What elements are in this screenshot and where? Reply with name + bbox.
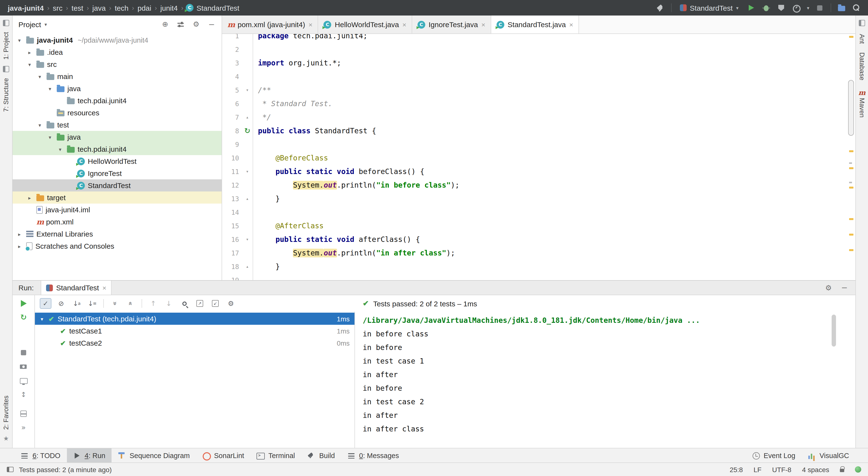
- code-area[interactable]: 1package tech.pdai.junit4;23import org.j…: [222, 34, 848, 280]
- tool-window-button[interactable]: 4: Run: [67, 448, 112, 463]
- tree-item[interactable]: ▸.idea: [12, 46, 222, 58]
- tree-item[interactable]: tech.pdai.junit4: [12, 95, 222, 107]
- line-separator[interactable]: LF: [753, 466, 762, 473]
- breadcrumb-item[interactable]: java-junit4: [7, 4, 44, 12]
- tool-window-button[interactable]: VisualGC: [802, 448, 856, 463]
- breadcrumb-item[interactable]: tech: [114, 4, 129, 12]
- tool-window-button[interactable]: SonarLint: [196, 448, 250, 463]
- expand-all-button[interactable]: »: [109, 298, 121, 309]
- tree-item[interactable]: ▾java: [12, 83, 222, 95]
- tree-expanded-icon[interactable]: ▾: [56, 146, 64, 152]
- close-icon[interactable]: [102, 284, 106, 291]
- restore-layout-button[interactable]: [20, 410, 28, 418]
- project-tool-icon[interactable]: [3, 20, 9, 26]
- warning-stripe-mark[interactable]: [849, 218, 854, 220]
- tree-item[interactable]: resources: [12, 107, 222, 119]
- editor-scrollbar-thumb[interactable]: [848, 80, 854, 136]
- tree-item[interactable]: ▸Scratches and Consoles: [12, 240, 222, 252]
- fold-start-icon[interactable]: ▾: [242, 83, 253, 97]
- sort-by-duration-button[interactable]: ↓≡: [86, 298, 98, 309]
- tree-expanded-icon[interactable]: ▾: [46, 134, 54, 140]
- right-strip-top-icon[interactable]: [859, 20, 865, 26]
- coverage-button[interactable]: [777, 4, 785, 12]
- debug-button[interactable]: [762, 4, 771, 12]
- warning-stripe-mark[interactable]: [849, 36, 854, 38]
- breadcrumb-class[interactable]: StandardTest: [195, 4, 240, 12]
- warning-stripe-mark[interactable]: [849, 150, 854, 152]
- rerun-button[interactable]: [20, 299, 28, 307]
- fold-start-icon[interactable]: ▾: [242, 165, 253, 179]
- tree-item[interactable]: ▾tech.pdai.junit4: [12, 143, 222, 155]
- warning-stripe-mark[interactable]: [849, 167, 854, 169]
- tree-collapsed-icon[interactable]: ▸: [16, 243, 23, 249]
- warning-stripe-mark[interactable]: [849, 249, 854, 251]
- chevron-down-icon[interactable]: [807, 5, 809, 10]
- tool-button-database[interactable]: Database: [858, 53, 866, 81]
- minimize-icon[interactable]: [840, 284, 848, 292]
- view-options-icon[interactable]: [177, 20, 185, 28]
- show-ignored-toggle[interactable]: ⊘: [55, 298, 67, 309]
- breadcrumb-item[interactable]: test: [70, 4, 84, 12]
- caret-position[interactable]: 25:8: [730, 466, 743, 473]
- readonly-lock-icon[interactable]: [840, 469, 844, 472]
- show-passed-toggle[interactable]: ✓: [40, 298, 52, 309]
- tool-window-button[interactable]: Terminal: [250, 448, 301, 463]
- tool-window-button[interactable]: 0: Messages: [341, 448, 405, 463]
- tool-window-button[interactable]: Sequence Diagram: [112, 448, 196, 463]
- indent-style[interactable]: 4 spaces: [802, 466, 829, 473]
- run-button[interactable]: [747, 4, 755, 12]
- favorites-star-icon[interactable]: [3, 435, 9, 442]
- console-scrollbar[interactable]: [832, 315, 836, 347]
- gear-icon[interactable]: [824, 284, 833, 292]
- tree-item[interactable]: ▾test: [12, 119, 222, 131]
- run-tab[interactable]: StandardTest: [40, 281, 112, 295]
- test-row[interactable]: testCase11ms: [35, 325, 354, 337]
- editor-tab[interactable]: IgnoreTest.java: [412, 15, 491, 33]
- tree-item[interactable]: ▾main: [12, 70, 222, 83]
- tree-expanded-icon[interactable]: ▾: [26, 61, 33, 67]
- next-failed-test-button[interactable]: ↓: [163, 298, 175, 309]
- stop-button[interactable]: [20, 349, 28, 357]
- tree-item[interactable]: ▾src: [12, 58, 222, 70]
- close-icon[interactable]: [402, 21, 406, 28]
- editor-scrollbar-stripe[interactable]: [848, 34, 856, 280]
- breadcrumb-item[interactable]: java: [91, 4, 107, 12]
- file-encoding[interactable]: UTF-8: [772, 466, 792, 473]
- editor-tab[interactable]: StandardTest.java: [491, 15, 579, 33]
- tool-window-button[interactable]: 6: TODO: [14, 448, 67, 463]
- tree-expanded-icon[interactable]: ▾: [36, 122, 44, 128]
- tree-item[interactable]: pom.xml: [12, 216, 222, 228]
- export-test-results-button[interactable]: ↗: [194, 298, 206, 309]
- tool-button-project[interactable]: 1: Project: [2, 32, 10, 60]
- search-everywhere-button[interactable]: [852, 4, 861, 12]
- warning-stripe-mark[interactable]: [849, 187, 854, 189]
- sort-alphabetically-button[interactable]: ↓a: [71, 298, 83, 309]
- run-config-selector[interactable]: StandardTest: [678, 3, 741, 13]
- editor-tab[interactable]: pom.xml (java-junit4): [222, 15, 318, 33]
- chevron-down-icon[interactable]: [44, 22, 47, 27]
- test-row[interactable]: ▾StandardTest (tech.pdai.junit4)1ms: [35, 313, 354, 325]
- gear-icon[interactable]: [192, 20, 200, 28]
- tree-item[interactable]: IgnoreTest: [12, 167, 222, 179]
- filter-tests-button[interactable]: [179, 298, 190, 309]
- rerun-failed-tests-button[interactable]: ↻: [20, 313, 28, 321]
- take-snapshot-button[interactable]: [20, 362, 28, 371]
- more-options-button[interactable]: »: [20, 424, 28, 432]
- import-test-results-button[interactable]: ↙: [210, 298, 221, 309]
- tree-item[interactable]: StandardTest: [12, 179, 222, 191]
- test-history-button[interactable]: ↕: [20, 391, 28, 399]
- tree-collapsed-icon[interactable]: ▸: [26, 49, 33, 55]
- hide-panel-icon[interactable]: [208, 20, 216, 28]
- tree-expanded-icon[interactable]: ▾: [36, 73, 44, 79]
- tree-collapsed-icon[interactable]: ▸: [26, 195, 33, 200]
- profiler-button[interactable]: [792, 4, 801, 12]
- fold-end-icon[interactable]: ▴: [242, 110, 253, 124]
- fold-end-icon[interactable]: ▴: [242, 260, 253, 274]
- locate-file-icon[interactable]: [161, 20, 169, 28]
- build-hammer-icon[interactable]: [656, 4, 664, 12]
- structure-tool-icon[interactable]: [3, 66, 9, 72]
- breadcrumb-item[interactable]: junit4: [159, 4, 179, 12]
- tool-button-favorites[interactable]: 2: Favorites: [2, 396, 10, 430]
- toolwindow-toggle-icon[interactable]: [7, 467, 13, 472]
- tree-expanded-icon[interactable]: ▾: [46, 86, 54, 91]
